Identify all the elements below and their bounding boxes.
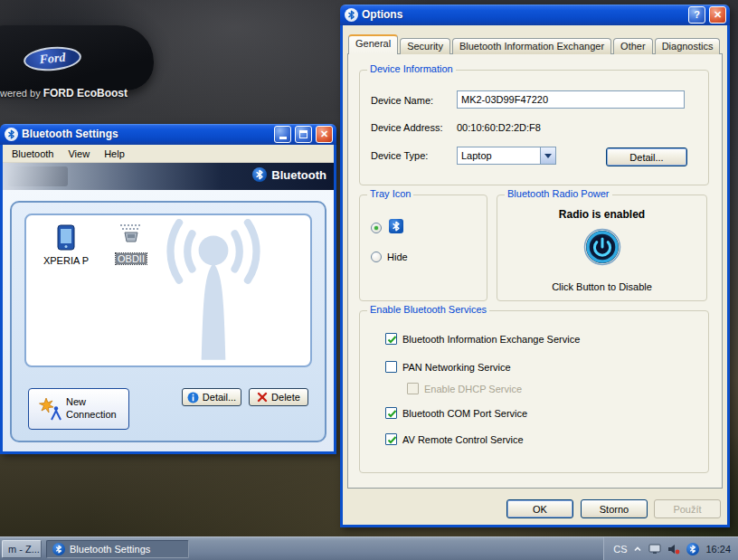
bluetooth-banner: Bluetooth [3,163,334,190]
device-xperia[interactable]: XPERIA P [39,224,93,266]
radio-power-legend: Bluetooth Radio Power [505,188,612,199]
obd-adapter-icon [116,223,147,250]
delete-x-icon [257,392,268,403]
bt-window-titlebar[interactable]: Bluetooth Settings ✕ [0,124,336,145]
checkbox-box [385,361,397,373]
device-obdii[interactable]: OBDII [108,223,155,264]
checkbox-box [385,407,397,419]
bluetooth-brand-text: Bluetooth [271,168,326,182]
device-name-label: Device Name: [371,95,433,106]
options-window: Options ? ✕ General Security Bluetooth I… [340,5,730,527]
tab-bluetooth-information-exchanger[interactable]: Bluetooth Information Exchanger [452,38,611,54]
service-label: AV Remote Control Service [402,434,524,445]
device-name-input[interactable]: MK2-03D99F47220 [457,90,685,109]
service-label: Bluetooth Information Exchange Service [402,334,580,345]
device-list-area[interactable]: XPERIA P OBDII [24,214,312,367]
apply-label: Použít [673,504,701,515]
bluetooth-settings-window: Bluetooth Settings ✕ Bluetooth View Help… [0,124,336,454]
new-connection-button[interactable]: New Connection [28,388,129,430]
language-indicator[interactable]: CS [613,544,627,555]
help-button[interactable]: ? [688,6,705,24]
radio-power-hint: Click Button to Disable [497,281,706,292]
detail-label: Detail... [203,392,236,403]
bt-client-area: XPERIA P OBDII [3,190,334,451]
delete-button[interactable]: Delete [249,388,308,406]
tab-diagnostics[interactable]: Diagnostics [655,38,721,54]
detail-button-label: Detail... [629,152,663,163]
tab-other[interactable]: Other [613,38,653,54]
close-button[interactable]: ✕ [709,6,726,24]
chevron-down-icon[interactable] [540,147,555,164]
taskbar: m - Z... Bluetooth Settings CS [0,536,738,560]
service-label: Enable DHCP Service [424,384,522,394]
bt-menubar: Bluetooth View Help [3,145,334,163]
tray-icon-legend: Tray Icon [367,188,413,199]
hide-label: Hide [387,252,408,262]
bt-window-title: Bluetooth Settings [22,128,270,140]
tray-bluetooth-icon [389,219,403,233]
system-tray: CS 16:24 [603,537,738,560]
task-bluetooth-label: Bluetooth Settings [70,544,150,555]
phone-icon [55,224,77,252]
maximize-button[interactable] [295,126,312,143]
ford-caption-brand: FORD EcoBoost [43,87,128,100]
services-legend: Enable Bluetooth Services [367,304,489,315]
tab-general[interactable]: General [348,34,398,54]
device-name-value: MK2-03D99F47220 [461,94,548,105]
bluetooth-window-icon [5,128,18,141]
checkbox-information-exchange-service[interactable]: Bluetooth Information Exchange Service [385,333,580,345]
taskbar-task-bluetooth-settings[interactable]: Bluetooth Settings [46,540,189,558]
device-information-group: Device Information Device Name: MK2-03D9… [359,70,709,185]
checkbox-pan-networking-service[interactable]: PAN Networking Service [385,361,511,373]
hidden-icons-chevron-icon[interactable] [633,545,642,554]
cancel-label: Storno [600,504,629,515]
detail-button-options[interactable]: Detail... [606,147,687,166]
apply-button[interactable]: Použít [654,499,721,518]
taskbar-task-partial[interactable]: m - Z... [2,540,42,558]
ok-button[interactable]: OK [506,499,573,518]
device-address-label: Device Address: [371,122,442,133]
service-label: Bluetooth COM Port Service [402,408,527,419]
bluetooth-tray-icon[interactable] [686,543,699,555]
detail-button[interactable]: Detail... [182,388,241,406]
options-titlebar[interactable]: Options ? ✕ [340,5,730,25]
general-tab-page: Device Information Device Name: MK2-03D9… [347,53,723,489]
radio-hide[interactable] [371,252,382,262]
device-obdii-label: OBDII [116,253,147,264]
checkbox-com-port-service[interactable]: Bluetooth COM Port Service [385,407,527,419]
volume-tray-icon[interactable] [667,544,680,555]
bluetooth-brand-icon [252,167,267,182]
task-bluetooth-icon [52,543,65,555]
clock: 16:24 [705,544,731,555]
options-window-icon [345,8,358,22]
enable-bluetooth-services-group: Enable Bluetooth Services Bluetooth Info… [359,310,709,473]
checkbox-av-remote-control-service[interactable]: AV Remote Control Service [385,433,524,445]
close-button[interactable]: ✕ [316,126,333,143]
checkbox-box [407,383,419,394]
device-type-label: Device Type: [371,150,428,161]
device-type-value: Laptop [458,150,540,161]
checkbox-box [385,333,397,345]
bluetooth-brand-logo: Bluetooth [252,167,326,182]
radio-status-text: Radio is enabled [497,208,706,221]
menu-help[interactable]: Help [97,147,132,161]
new-connection-icon [39,397,62,421]
display-tray-icon[interactable] [648,544,661,555]
desktop: Ford wered by FORD EcoBoost Bluetooth Se… [0,0,738,560]
checkbox-enable-dhcp-service[interactable]: Enable DHCP Service [407,383,522,394]
bluetooth-antenna-watermark [137,219,290,367]
tab-security[interactable]: Security [400,38,450,54]
new-connection-label: New Connection [66,396,118,422]
options-title: Options [362,8,685,21]
bluetooth-radio-power-group: Bluetooth Radio Power Radio is enabled C… [497,195,707,301]
radio-power-button[interactable] [583,228,621,266]
minimize-button[interactable] [274,126,291,143]
menu-bluetooth[interactable]: Bluetooth [5,147,61,161]
cancel-button[interactable]: Storno [581,499,648,518]
radio-show-bluetooth-icon[interactable] [371,223,382,233]
banner-laptop-photo [8,166,68,186]
device-type-dropdown[interactable]: Laptop [457,147,556,165]
task-partial-label: m - Z... [8,544,40,555]
tray-icon-group: Tray Icon Hide [359,195,487,301]
menu-view[interactable]: View [61,147,97,161]
